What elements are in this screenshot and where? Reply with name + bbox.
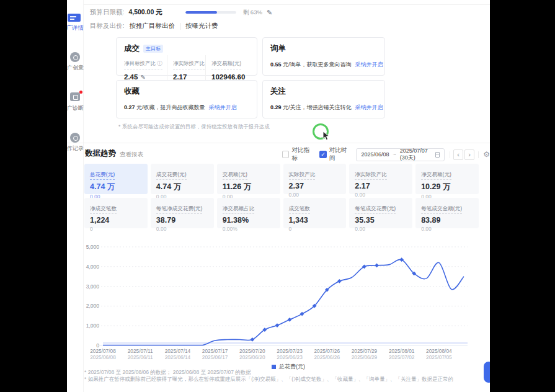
trend-title: 数据趋势 <box>85 148 116 159</box>
main-goal-badge: 主目标 <box>143 45 163 53</box>
creative-icon[interactable] <box>70 52 80 62</box>
x-tick-label-compare: 2025/06/08 <box>82 354 124 360</box>
metric-tile[interactable]: 成交笔数1,3430 <box>283 198 347 228</box>
section-divider <box>67 143 490 143</box>
x-tick-label-compare: 2025/06/20 <box>231 354 273 360</box>
y-tick-label: 2,000 <box>72 303 99 309</box>
sidebar-item-detail-active-badge[interactable] <box>68 14 81 22</box>
x-tick-label-current: 2025/07/11 <box>119 348 161 354</box>
x-tick-label-current: 2025/08/01 <box>381 348 423 354</box>
x-tick-label-current: 2025/07/26 <box>306 348 348 354</box>
x-tick-label-current: 2025/07/29 <box>343 348 385 354</box>
budget-progressbar <box>185 11 236 14</box>
x-tick-label-compare: 2025/07/02 <box>381 354 423 360</box>
follow-desc: 元/关注，增强店铺关注转化 <box>283 104 352 110</box>
favorite-cost: 0.27 <box>124 104 135 110</box>
prev-period-button[interactable]: ‹ <box>453 149 463 160</box>
budget-row: 预算日限额: 4,500.00 元 剩 63% ✎ <box>90 7 272 17</box>
trend-controls: 对比指标 ✓ 对比时间 2025/06/08 ~ 2025/07/07 (30天… <box>282 148 490 161</box>
inquiry-adopt-link[interactable]: 采纳并开启 <box>355 61 383 68</box>
goal-footnote: * 系统会尽可能达成你设置的目标，保持稳定投放有助于提升达成 <box>118 123 270 131</box>
screen: 推广详情 推广创意 推广诊断 操作记录 预算日限额: 4,500.00 元 剩 … <box>0 0 555 392</box>
date-start: 2025/06/08 <box>361 151 389 158</box>
compare-metric-label: 对比指标 <box>291 146 314 163</box>
x-tick-label-compare: 2025/06/29 <box>343 354 385 360</box>
metric-tile[interactable]: 净交易额(元)10.29 万0.00 <box>415 164 479 194</box>
x-tick-label-current: 2025/07/23 <box>269 348 311 354</box>
diagnosis-icon[interactable] <box>70 92 80 101</box>
sidebar-item-history[interactable]: 操作记录 <box>67 145 84 153</box>
y-tick-label: 1,000 <box>72 323 99 329</box>
top-divider <box>84 4 490 5</box>
mouse-cursor <box>322 131 331 141</box>
history-icon[interactable] <box>70 133 80 143</box>
net-actual-roi-label: 净实际投产比 <box>173 60 205 69</box>
metric-tile[interactable]: 净交易额占比91.38%0.00% <box>217 198 280 228</box>
follow-adopt-link[interactable]: 采纳并开启 <box>355 104 383 110</box>
compare-time-checkbox[interactable]: ✓ <box>319 151 326 158</box>
sidebar-item-diagnosis[interactable]: 推广诊断 <box>67 104 84 112</box>
date-range-picker[interactable]: 2025/06/08 ~ 2025/07/07 (30天) <box>356 148 445 161</box>
metric-tile[interactable]: 净成交笔数1,2240 <box>84 198 148 228</box>
chart-footnote-2: * 如果推广在暂停或删除前已经获得了曝光，那么在暂停或重建后展示「(净)交易额」… <box>84 376 453 383</box>
x-tick-label-compare: 2025/06/11 <box>119 354 161 360</box>
chart-legend: 总花费(元) <box>272 363 305 371</box>
bidding-option-goal[interactable]: 按推广目标出价 <box>129 22 175 30</box>
metric-tile[interactable]: 成交花费(元)4.74 万0.00 <box>151 164 214 194</box>
goal-card-favorite: 收藏 0.27 元/收藏，提升商品收藏数量采纳并开启 <box>116 80 257 118</box>
legend-label: 总花费(元) <box>279 363 305 371</box>
compare-metric-checkbox[interactable] <box>282 151 289 158</box>
x-tick-label-current: 2025/07/17 <box>194 348 236 354</box>
metric-tile[interactable]: 交易额(元)11.26 万0.00 <box>217 164 280 194</box>
y-tick-label: 5,000 <box>72 244 99 250</box>
net-target-roi-label: 净目标投产比ⓘ <box>124 60 162 69</box>
inquiry-desc: 元/询单，获取更多意向咨询 <box>283 61 352 68</box>
x-tick-label-current: 2025/07/08 <box>82 348 124 354</box>
favorite-adopt-link[interactable]: 采纳并开启 <box>209 104 237 110</box>
calendar-icon <box>435 152 440 158</box>
sidebar-item-creative[interactable]: 推广创意 <box>67 64 84 72</box>
bidding-option-exposure[interactable]: 按曝光计费 <box>185 22 218 30</box>
sidebar: 推广详情 推广创意 推广诊断 操作记录 <box>67 0 84 392</box>
next-period-button[interactable]: › <box>464 149 474 160</box>
metric-tile[interactable]: 每笔成交金额(元)83.890.00 <box>415 198 479 228</box>
date-separator: ~ <box>393 151 396 158</box>
gear-icon[interactable]: ⚙ <box>483 150 490 159</box>
metric-tile[interactable]: 实际投产比2.370.00 <box>283 164 347 194</box>
x-tick-label-compare: 2025/06/17 <box>194 354 236 360</box>
budget-edit-icon[interactable]: ✎ <box>267 9 272 17</box>
view-report-link[interactable]: 查看报表 <box>120 151 143 159</box>
favorite-desc: 元/收藏，提升商品收藏数量 <box>136 104 205 110</box>
metric-tile[interactable]: 净实际投产比2.170.00 <box>349 164 412 194</box>
goal-card-follow: 关注 0.29 元/关注，增强店铺关注转化采纳并开启 <box>262 80 385 118</box>
budget-label: 预算日限额: <box>90 8 124 17</box>
bidding-label: 目标及出价: <box>90 22 124 30</box>
budget-value: 4,500.00 元 <box>128 8 162 17</box>
follow-cost: 0.29 <box>270 104 282 110</box>
roi-edit-icon[interactable]: ✎ <box>140 74 145 81</box>
goal-card-inquiry: 询单 0.55 元/询单，获取更多意向咨询采纳并开启 <box>262 37 385 76</box>
x-tick-label-current: 2025/07/20 <box>231 348 273 354</box>
diagnosis-alert-dot <box>79 91 82 94</box>
x-tick-label-compare: 2025/06/23 <box>269 354 311 360</box>
floating-scroll-handle[interactable] <box>484 362 490 383</box>
info-icon[interactable]: ⓘ <box>157 60 162 66</box>
goal-card-deal: 成交 主目标 净目标投产比ⓘ 2.45✎ 净实际投产比 2.17 净交易额(元)… <box>116 37 257 76</box>
compare-time-label: 对比时间 <box>329 146 352 163</box>
deal-title: 成交 <box>124 43 140 54</box>
budget-remaining: 剩 63% <box>243 9 262 17</box>
metric-tile[interactable]: 总花费(元)4.74 万0.00 <box>84 164 148 194</box>
x-tick-label-current: 2025/08/04 <box>418 348 460 354</box>
x-tick-label-compare: 2025/07/05 <box>418 354 460 360</box>
legend-color-swatch <box>272 365 276 369</box>
x-tick-label-compare: 2025/06/14 <box>156 354 198 360</box>
net-gmv-label: 净交易额(元) <box>211 60 241 69</box>
metric-tile[interactable]: 每笔成交花费(元)35.350.00 <box>349 198 412 228</box>
inquiry-cost: 0.55 <box>270 61 282 68</box>
sidebar-item-detail[interactable]: 推广详情 <box>67 24 84 32</box>
date-end: 2025/07/07 (30天) <box>400 148 432 162</box>
bidding-row: 目标及出价: 按推广目标出价 按曝光计费 <box>90 21 218 31</box>
x-tick-label-compare: 2025/06/26 <box>306 354 348 360</box>
bidding-divider <box>180 23 180 30</box>
metric-tile[interactable]: 每笔净成交花费(元)38.790.00 <box>151 198 214 228</box>
